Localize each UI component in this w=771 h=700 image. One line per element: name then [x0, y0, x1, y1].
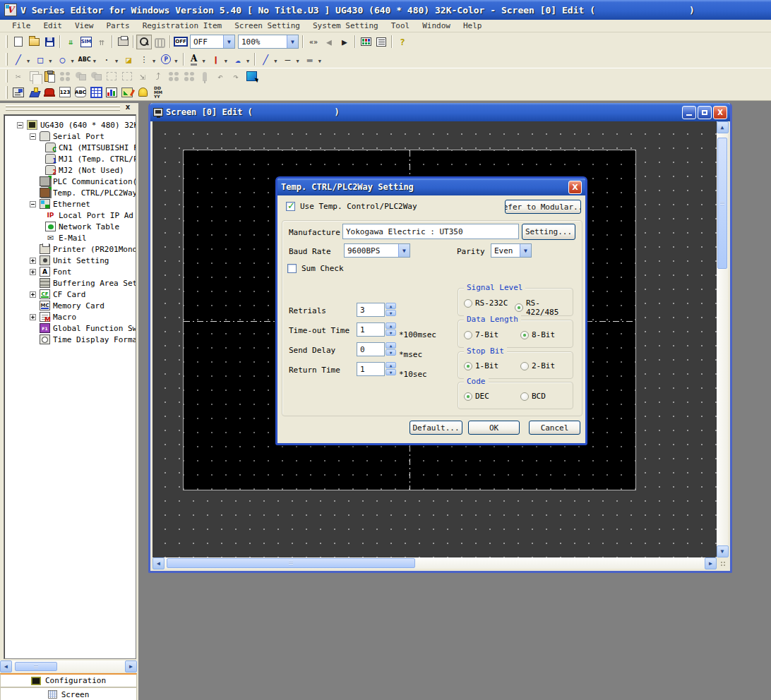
1bit-radio[interactable]	[464, 362, 472, 370]
tree-row-network-table[interactable]: Network Table	[4, 221, 136, 232]
arrange-button[interactable]	[181, 69, 197, 84]
chevron-down-icon[interactable]: ▼	[318, 59, 321, 64]
search-button[interactable]	[152, 35, 167, 49]
tree-row-ethernet[interactable]: Ethernet	[4, 198, 136, 210]
menu-view[interactable]: View	[68, 21, 100, 30]
spin-down-icon[interactable]: ▼	[386, 369, 396, 375]
ok-button[interactable]: OK	[468, 421, 520, 435]
send-delay-field[interactable]: 0	[357, 342, 385, 356]
next-screen-button[interactable]: ▶	[337, 35, 352, 49]
resize-grip[interactable]	[717, 557, 728, 569]
cut-button[interactable]: ✂	[11, 69, 26, 84]
menu-tool[interactable]: Tool	[385, 21, 417, 30]
chevron-down-icon[interactable]: ▼	[93, 59, 96, 64]
line-type-button[interactable]: ╱	[258, 52, 273, 67]
spin-up-icon[interactable]: ▲	[386, 303, 396, 309]
chevron-down-icon[interactable]: ▼	[520, 244, 531, 257]
spin-down-icon[interactable]: ▼	[386, 349, 396, 356]
horizontal-scrollbar[interactable]: ◀ ▶	[153, 557, 717, 569]
lamp-part-button[interactable]	[26, 85, 42, 99]
transfer-upload-button[interactable]: ⇈	[94, 35, 109, 49]
menu-window[interactable]: Window	[416, 21, 457, 30]
text-tool-button[interactable]: ABC	[77, 52, 92, 67]
scroll-right-icon[interactable]: ▶	[125, 660, 137, 672]
chevron-down-icon[interactable]: ▼	[27, 59, 30, 64]
chevron-down-icon[interactable]: ▼	[153, 59, 155, 64]
refer-to-modular-button[interactable]: efer to Modular..	[505, 200, 581, 214]
spin-up-icon[interactable]: ▲	[386, 322, 396, 329]
vertical-scrollbar[interactable]: ▲ ▼	[717, 121, 728, 557]
line-tool-button[interactable]: ╱	[11, 52, 26, 67]
lamp-state-combo[interactable]: OFF ▼	[190, 35, 235, 49]
panel-close-icon[interactable]: x	[123, 103, 133, 112]
screen-edit-titlebar[interactable]: Screen [0] Edit ( ) X	[150, 103, 730, 121]
tree-row-email[interactable]: ✉E-Mail	[4, 232, 136, 243]
toolbar-grip[interactable]	[6, 86, 8, 99]
chevron-down-icon[interactable]: ▼	[287, 35, 298, 48]
copy-button[interactable]	[26, 69, 42, 84]
ungroup-button[interactable]	[88, 69, 104, 84]
paint-tool-button[interactable]: ◪	[121, 52, 136, 67]
fill-style-button[interactable]: ▬	[302, 52, 318, 67]
tab-screen[interactable]: Screen	[0, 687, 137, 700]
chevron-down-icon[interactable]: ▼	[398, 244, 410, 257]
chevron-down-icon[interactable]: ▼	[174, 59, 177, 64]
cancel-button[interactable]: Cancel	[529, 421, 580, 435]
menu-screen-setting[interactable]: Screen Setting	[228, 21, 306, 30]
marker-pen-button[interactable]: ❙	[208, 52, 224, 67]
toolbar-grip[interactable]	[6, 53, 8, 66]
graph-part-button[interactable]	[104, 85, 119, 99]
buzzer-part-button[interactable]	[135, 85, 150, 99]
spin-up-icon[interactable]: ▲	[386, 362, 396, 368]
dialog-titlebar[interactable]: Temp. CTRL/PLC2Way Setting X	[277, 179, 585, 195]
tree-row-mj2[interactable]: 2MJ2 (Not Used)	[4, 164, 136, 176]
keypad-part-button[interactable]	[88, 85, 104, 99]
8bit-radio[interactable]	[520, 331, 529, 339]
help-button[interactable]: ?	[395, 35, 410, 49]
collapse-icon[interactable]	[30, 201, 36, 207]
tab-configuration[interactable]: Configuration	[0, 673, 137, 687]
spin-up-icon[interactable]: ▲	[386, 342, 396, 349]
chevron-down-icon[interactable]: ▼	[296, 59, 299, 64]
redo-button[interactable]: ↷	[228, 69, 244, 84]
8bit-option[interactable]: 8-Bit	[520, 330, 555, 339]
multi-copy-button[interactable]	[57, 69, 73, 84]
dec-radio[interactable]	[464, 392, 472, 401]
chevron-down-icon[interactable]: ▼	[203, 59, 205, 64]
expand-icon[interactable]	[30, 314, 36, 320]
sum-check-checkbox[interactable]	[287, 264, 297, 273]
rotate-button[interactable]: ⤴	[150, 69, 166, 84]
tree-row-mj1[interactable]: 1MJ1 (Temp. CTRL/P	[4, 153, 136, 164]
2bit-option[interactable]: 2-Bit	[520, 361, 555, 370]
expand-icon[interactable]	[30, 258, 36, 264]
spin-down-icon[interactable]: ▼	[386, 310, 396, 316]
parts-place-button[interactable]: P	[158, 52, 174, 67]
scroll-up-icon[interactable]: ▲	[717, 121, 729, 133]
scroll-left-icon[interactable]: ◀	[153, 557, 165, 569]
group-button[interactable]	[73, 69, 88, 84]
tree-row-unit-setting[interactable]: Unit Setting	[4, 255, 136, 266]
chevron-down-icon[interactable]: ▼	[274, 59, 277, 64]
zoom-level-combo[interactable]: 100% ▼	[238, 35, 299, 49]
tree-row-local-ip[interactable]: IPLocal Port IP Ad	[4, 210, 136, 221]
panel-drag-grip[interactable]	[6, 105, 120, 107]
scrollbar-thumb[interactable]	[15, 662, 57, 671]
manufacture-setting-button[interactable]: Setting...	[522, 224, 575, 240]
chevron-down-icon[interactable]: ▼	[71, 59, 73, 64]
menu-system-setting[interactable]: System Setting	[306, 21, 385, 30]
default-button[interactable]: Default...	[410, 421, 462, 435]
new-file-button[interactable]	[11, 35, 26, 49]
select-mode-button[interactable]	[244, 69, 259, 84]
box-tool-button[interactable]: □	[32, 52, 48, 67]
paste-button[interactable]	[42, 69, 57, 84]
simulator-button[interactable]: SIM	[78, 35, 94, 49]
bcd-radio[interactable]	[520, 392, 529, 401]
chevron-down-icon[interactable]: ▼	[115, 59, 118, 64]
7bit-radio[interactable]	[464, 331, 472, 339]
numeric-display-button[interactable]: 123	[57, 85, 73, 99]
circle-tool-button[interactable]: ○	[54, 52, 70, 67]
spin-down-icon[interactable]: ▼	[386, 330, 396, 336]
rs422-option[interactable]: RS-422/485	[515, 298, 573, 317]
palette-button[interactable]: ☁	[230, 52, 246, 67]
scroll-left-icon[interactable]: ◀	[0, 660, 12, 672]
